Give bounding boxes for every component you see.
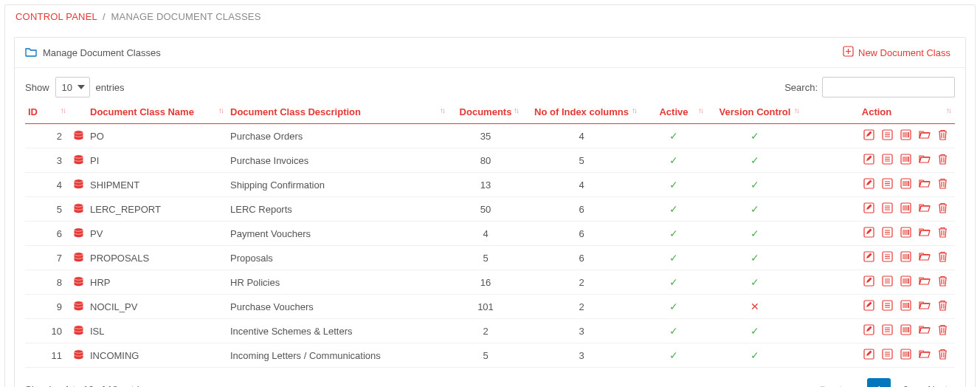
cell-name: SHIPMENT	[87, 173, 227, 197]
cell-name: ISL	[87, 319, 227, 343]
cell-idx: 3	[522, 319, 641, 343]
database-icon	[73, 276, 84, 288]
delete-button[interactable]	[938, 324, 948, 335]
edit-button[interactable]	[863, 227, 874, 238]
delete-button[interactable]	[938, 300, 948, 311]
cell-desc: Incoming Letters / Communications	[227, 343, 449, 368]
delete-button[interactable]	[938, 178, 948, 189]
col-version[interactable]: Version Control↑↓	[707, 102, 803, 124]
open-folder-button[interactable]	[919, 227, 931, 238]
col-active[interactable]: Active↑↓	[641, 102, 707, 124]
edit-button[interactable]	[863, 202, 874, 213]
folder-icon	[25, 47, 37, 59]
open-folder-button[interactable]	[919, 154, 931, 165]
cell-docs: 2	[449, 319, 522, 343]
search-input[interactable]	[822, 77, 955, 97]
list-button[interactable]	[882, 300, 893, 311]
edit-button[interactable]	[863, 300, 874, 311]
breadcrumb-root[interactable]: CONTROL PANEL	[15, 11, 97, 22]
open-folder-button[interactable]	[919, 178, 931, 189]
delete-button[interactable]	[938, 227, 948, 238]
open-folder-button[interactable]	[919, 349, 931, 360]
list-button[interactable]	[882, 251, 893, 262]
col-desc[interactable]: Document Class Description↑↓	[227, 102, 449, 124]
delete-button[interactable]	[938, 129, 948, 140]
x-icon: ✕	[750, 301, 759, 312]
check-icon: ✓	[750, 179, 759, 191]
list-button[interactable]	[882, 275, 893, 287]
table-row: 9 NOCIL_PV Purchase Vouchers 101 2 ✓ ✕	[25, 295, 955, 319]
database-icon	[73, 154, 84, 166]
new-document-class-button[interactable]: New Document Class	[838, 45, 955, 60]
length-select[interactable]: 10	[55, 77, 90, 97]
edit-button[interactable]	[863, 251, 874, 262]
list-button[interactable]	[882, 154, 893, 165]
open-folder-button[interactable]	[919, 300, 931, 311]
barcode-button[interactable]	[900, 154, 911, 165]
list-button[interactable]	[882, 227, 893, 238]
delete-button[interactable]	[938, 154, 948, 165]
col-action[interactable]: Action↑↓	[803, 102, 955, 124]
col-idx[interactable]: No of Index columns↑↓	[522, 102, 641, 124]
cell-name: PROPOSALS	[87, 246, 227, 270]
database-icon	[73, 227, 84, 239]
list-button[interactable]	[882, 324, 893, 335]
breadcrumb-current: MANAGE DOCUMENT CLASSES	[111, 11, 261, 22]
col-name[interactable]: Document Class Name↑↓	[87, 102, 227, 124]
check-icon: ✓	[750, 325, 759, 337]
cell-name: PO	[87, 124, 227, 148]
cell-docs: 5	[449, 246, 522, 270]
cell-idx: 3	[522, 343, 641, 368]
delete-button[interactable]	[938, 349, 948, 360]
edit-button[interactable]	[863, 154, 874, 165]
check-icon: ✓	[750, 276, 759, 288]
check-icon: ✓	[669, 130, 678, 142]
pager-page[interactable]: 2	[894, 378, 917, 387]
list-button[interactable]	[882, 202, 893, 213]
delete-button[interactable]	[938, 251, 948, 262]
cell-id: 6	[25, 222, 69, 246]
open-folder-button[interactable]	[919, 275, 931, 287]
cell-id: 10	[25, 319, 69, 343]
delete-button[interactable]	[938, 275, 948, 287]
cell-idx: 2	[522, 295, 641, 319]
barcode-button[interactable]	[900, 349, 911, 360]
barcode-button[interactable]	[900, 275, 911, 287]
table-row: 5 LERC_REPORT LERC Reports 50 6 ✓ ✓	[25, 197, 955, 222]
length-menu: Show 10 entries	[25, 77, 125, 97]
barcode-button[interactable]	[900, 251, 911, 262]
cell-idx: 6	[522, 222, 641, 246]
edit-button[interactable]	[863, 178, 874, 189]
open-folder-button[interactable]	[919, 129, 931, 140]
check-icon: ✓	[669, 203, 678, 215]
list-button[interactable]	[882, 349, 893, 360]
open-folder-button[interactable]	[919, 251, 931, 262]
open-folder-button[interactable]	[919, 324, 931, 335]
barcode-button[interactable]	[900, 300, 911, 311]
cell-name: NOCIL_PV	[87, 295, 227, 319]
barcode-button[interactable]	[900, 129, 911, 140]
col-docs[interactable]: Documents↑↓	[449, 102, 522, 124]
barcode-button[interactable]	[900, 178, 911, 189]
open-folder-button[interactable]	[919, 202, 931, 213]
edit-button[interactable]	[863, 324, 874, 335]
barcode-button[interactable]	[900, 324, 911, 335]
list-button[interactable]	[882, 178, 893, 189]
cell-idx: 6	[522, 246, 641, 270]
document-classes-table: ID↑↓ Document Class Name↑↓ Document Clas…	[25, 102, 955, 368]
col-id[interactable]: ID↑↓	[25, 102, 69, 124]
edit-button[interactable]	[863, 129, 874, 140]
cell-docs: 80	[449, 148, 522, 173]
barcode-button[interactable]	[900, 227, 911, 238]
barcode-button[interactable]	[900, 202, 911, 213]
edit-button[interactable]	[863, 275, 874, 287]
edit-button[interactable]	[863, 349, 874, 360]
check-icon: ✓	[669, 179, 678, 191]
database-icon	[73, 252, 84, 264]
delete-button[interactable]	[938, 202, 948, 213]
pager-next[interactable]: Next	[920, 378, 955, 387]
pager-page[interactable]: 1	[867, 378, 891, 387]
cell-name: HRP	[87, 270, 227, 295]
list-button[interactable]	[882, 129, 893, 140]
cell-docs: 50	[449, 197, 522, 222]
